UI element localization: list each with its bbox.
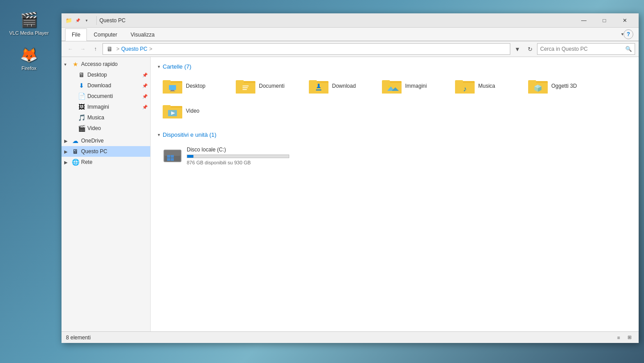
documenti-sidebar-label: Documenti <box>87 93 140 99</box>
drive-svg <box>163 147 182 165</box>
svg-rect-4 <box>169 85 176 90</box>
svg-rect-43 <box>163 105 171 109</box>
dispositivi-section-header: ▾ Dispositivi e unità (1) <box>158 131 632 138</box>
svg-rect-52 <box>171 158 174 161</box>
firefox-icon: 🦊 <box>20 46 38 64</box>
rete-label: Rete <box>81 159 148 165</box>
address-path[interactable]: 🖥 > Questo PC > <box>103 43 510 55</box>
immagini-sidebar-label: Immagini <box>87 104 140 110</box>
folder-item-download[interactable]: Download <box>304 74 375 98</box>
dropdown-path-button[interactable]: ▼ <box>512 44 523 54</box>
sidebar-item-questo-pc[interactable]: ▶ 🖥 Questo PC <box>62 146 150 157</box>
drive-c-icon <box>163 147 182 165</box>
folder-icon-immagini <box>382 77 402 94</box>
folder-item-documenti[interactable]: Documenti <box>231 74 302 98</box>
sidebar-item-download[interactable]: ⬇ Download 📌 <box>62 80 150 91</box>
download-sidebar-label: Download <box>87 82 140 89</box>
musica-sidebar-label: Musica <box>87 114 148 121</box>
rete-icon: 🌐 <box>71 158 79 166</box>
folder-item-desktop[interactable]: Desktop <box>158 74 229 98</box>
sidebar-item-documenti[interactable]: 📄 Documenti 📌 <box>62 91 150 102</box>
sidebar-item-musica[interactable]: 🎵 Musica <box>62 112 150 123</box>
desktop-icon-vlc[interactable]: 🎬 VLC Media Player <box>4 9 53 37</box>
svg-rect-20 <box>316 90 321 90</box>
desktop-sidebar-icon: 🖥 <box>78 71 86 79</box>
sidebar-item-onedrive[interactable]: ▶ ☁ OneDrive <box>62 135 150 146</box>
refresh-button[interactable]: ↻ <box>525 44 535 54</box>
content-area: ▾ Cartelle (7) <box>151 57 639 331</box>
up-button[interactable]: ↑ <box>90 44 101 54</box>
list-view-button[interactable]: ≡ <box>614 333 623 343</box>
folder-item-oggetti3d[interactable]: Oggetti 3D <box>523 74 595 98</box>
folder-item-immagini[interactable]: Immagini <box>377 74 448 98</box>
title-bar-icons: 📁 📌 ▾ <box>65 17 90 24</box>
folder-small-icon: 📁 <box>65 17 72 24</box>
svg-rect-24 <box>382 80 390 84</box>
svg-rect-31 <box>455 80 463 84</box>
cartelle-section-header: ▾ Cartelle (7) <box>158 63 632 70</box>
pin-icon: 📌 <box>74 17 81 24</box>
svg-rect-51 <box>167 158 170 161</box>
drive-c-name: Disco locale (C:) <box>187 147 289 153</box>
minimize-button[interactable]: — <box>574 13 594 28</box>
status-bar: 8 elementi ≡ ⊞ <box>62 331 639 343</box>
documenti-folder-svg <box>236 77 255 94</box>
tab-file[interactable]: File <box>65 29 87 41</box>
maximize-button[interactable]: □ <box>594 13 615 28</box>
documenti-sidebar-icon: 📄 <box>78 92 86 100</box>
onedrive-icon: ☁ <box>71 137 79 145</box>
questo-pc-icon: 🖥 <box>71 147 79 155</box>
title-divider <box>96 16 97 25</box>
window-title: Questo PC <box>99 17 574 24</box>
sidebar-item-video[interactable]: 🎬 Video <box>62 123 150 134</box>
sidebar-item-desktop[interactable]: 🖥 Desktop 📌 <box>62 69 150 80</box>
immagini-folder-svg <box>382 77 402 94</box>
svg-rect-5 <box>171 90 174 91</box>
tab-visualizza[interactable]: Visualizza <box>124 29 161 41</box>
ribbon-tabs: File Computer Visualizza ▾ ? <box>62 28 639 41</box>
search-box[interactable]: 🔍 <box>537 43 635 55</box>
folder-item-video[interactable]: Video <box>158 99 229 122</box>
folder-name-documenti: Documenti <box>259 83 284 89</box>
expand-dispositivi-icon[interactable]: ▾ <box>158 132 160 137</box>
onedrive-label: OneDrive <box>81 138 148 144</box>
folder-item-musica[interactable]: ♪ Musica <box>450 74 521 98</box>
desktop-icon-firefox[interactable]: 🦊 Firefox <box>4 44 53 73</box>
breadcrumb-computer-icon: 🖥 <box>107 45 113 53</box>
sidebar-item-accesso-rapido[interactable]: ▾ ★ Accesso rapido <box>62 59 150 69</box>
sidebar-item-rete[interactable]: ▶ 🌐 Rete <box>62 157 150 167</box>
help-button[interactable]: ? <box>623 29 633 39</box>
folder-name-desktop: Desktop <box>186 83 205 89</box>
item-count: 8 elementi <box>66 334 90 341</box>
svg-rect-17 <box>309 80 317 84</box>
expand-questo-pc-icon: ▶ <box>64 149 70 154</box>
folder-icon-musica: ♪ <box>455 77 475 94</box>
window-controls: — □ ✕ <box>574 13 635 28</box>
explorer-window: 📁 📌 ▾ Questo PC — □ ✕ File Computer Visu… <box>62 13 639 343</box>
video-sidebar-label: Video <box>87 125 148 131</box>
main-content: ▾ ★ Accesso rapido 🖥 Desktop 📌 ⬇ Downloa… <box>62 57 639 331</box>
pin-documenti-icon: 📌 <box>142 94 148 99</box>
svg-rect-12 <box>242 87 248 88</box>
grid-view-button[interactable]: ⊞ <box>624 333 634 343</box>
expand-cartelle-icon[interactable]: ▾ <box>158 64 160 69</box>
oggetti3d-folder-svg <box>528 77 548 94</box>
svg-rect-50 <box>171 155 174 158</box>
forward-button[interactable]: → <box>78 44 88 54</box>
close-button[interactable]: ✕ <box>615 13 635 28</box>
breadcrumb-this-pc[interactable]: Questo PC <box>121 46 148 52</box>
drive-c-info: Disco locale (C:) 876 GB disponibili su … <box>187 147 289 165</box>
star-icon: ★ <box>71 60 79 68</box>
back-button[interactable]: ← <box>65 44 76 54</box>
video-folder-svg <box>163 102 182 119</box>
svg-rect-6 <box>170 91 175 91</box>
vlc-icon: 🎬 <box>20 11 38 29</box>
drive-item-c[interactable]: Disco locale (C:) 876 GB disponibili su … <box>158 143 632 169</box>
pin-desktop-icon: 📌 <box>142 73 148 77</box>
svg-point-27 <box>388 85 390 88</box>
folder-name-download: Download <box>332 83 356 89</box>
tab-computer[interactable]: Computer <box>87 29 124 41</box>
sidebar-item-immagini[interactable]: 🖼 Immagini 📌 <box>62 102 150 112</box>
dropdown-title-icon[interactable]: ▾ <box>83 17 90 24</box>
search-input[interactable] <box>540 46 623 52</box>
